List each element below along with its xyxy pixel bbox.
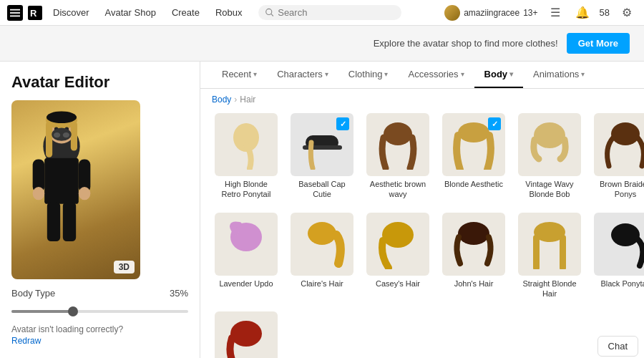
hair-thumbnail: ✓ [291,113,353,176]
breadcrumb: Body › Hair [200,89,644,110]
svg-point-17 [63,132,69,137]
username-label: amaziingracee [464,8,519,18]
breadcrumb-body[interactable]: Body [212,95,231,105]
hair-thumbnail [594,213,644,276]
tab-animations-arrow: ▾ [581,70,585,78]
tab-accessories-arrow: ▾ [461,70,464,78]
redraw-row: Avatar isn't loading correctly? Redraw [11,324,188,346]
redraw-link[interactable]: Redraw [11,336,188,346]
hair-thumbnail [215,113,278,176]
nav-avatar-shop[interactable]: Avatar Shop [99,7,162,18]
svg-rect-23 [47,202,60,241]
avatar-preview: 3D [11,100,140,279]
svg-point-35 [458,222,489,245]
breadcrumb-separator: › [234,95,237,105]
hair-item-name: Claire's Hair [301,279,343,289]
svg-rect-37 [533,235,540,269]
page-title: Avatar Editor [11,73,188,92]
hair-item[interactable]: Casey's Hair [364,210,432,302]
tab-body-arrow: ▾ [509,70,513,78]
hair-thumbnail [215,213,278,276]
hair-thumbnail: ✓ [442,113,505,176]
nav-discover[interactable]: Discover [47,7,95,18]
hair-item-name: Brown Braided Ponys [594,179,644,200]
body-type-slider[interactable] [11,310,188,313]
notification-icon[interactable]: 🔔 [572,3,592,23]
right-panel: Recent ▾ Characters ▾ Clothing ▾ Accesso… [200,62,644,358]
hair-thumbnail [518,113,581,176]
hair-item-name: Vintage Wavy Blonde Bob [518,179,581,200]
hair-thumbnail [291,213,353,276]
selected-badge: ✓ [488,117,501,130]
svg-point-40 [230,321,262,347]
hair-item[interactable]: Lavender Updo [212,210,280,302]
chat-button[interactable]: Chat [597,336,638,357]
svg-point-16 [54,132,60,137]
body-type-row: Body Type 35% [11,288,188,299]
hair-thumbnail [442,213,505,276]
hair-item-name: Lavender Updo [219,279,273,289]
svg-rect-38 [560,235,566,269]
svg-point-34 [382,222,414,248]
roblox-logo-icon[interactable]: R [27,5,43,21]
hair-item-name: High Blonde Retro Ponytail [215,179,278,200]
hamburger-icon[interactable] [7,5,23,21]
main-content: Avatar Editor [0,62,644,358]
tab-body[interactable]: Body ▾ [474,62,524,88]
hair-item[interactable]: Black Ponytail [591,210,644,302]
hair-item-name: John's Hair [454,279,494,289]
svg-rect-10 [46,121,52,157]
hair-item-name: Baseball Cap Cutie [291,179,353,200]
svg-point-33 [308,222,336,245]
hair-item-name: Black Ponytail [600,279,644,289]
hair-item[interactable]: Claire's Hair [288,210,356,302]
svg-point-39 [611,223,640,246]
get-more-button[interactable]: Get More [567,33,630,54]
hair-item[interactable]: ✓Blonde Aesthetic [439,110,508,203]
3d-badge: 3D [114,261,135,274]
svg-point-21 [33,187,45,200]
hair-item-name: Blonde Aesthetic [444,179,503,189]
user-avatar[interactable]: amaziingracee 13+ [444,5,537,21]
hair-item[interactable]: ✓Baseball Cap Cutie [288,110,356,203]
nav-create[interactable]: Create [166,7,205,18]
search-icon [265,8,274,17]
nav-right: amaziingracee 13+ ☰ 🔔 58 ⚙ [444,3,637,23]
hair-thumbnail [366,213,429,276]
chat-icon[interactable]: ☰ [545,3,565,23]
hair-thumbnail [366,113,429,176]
selected-badge: ✓ [336,117,349,130]
search-input[interactable] [278,7,394,18]
tab-accessories[interactable]: Accessories ▾ [398,62,474,88]
svg-rect-2 [10,15,20,16]
tab-clothing-arrow: ▾ [384,70,388,78]
left-panel: Avatar Editor [0,62,200,358]
hair-item[interactable]: Straight Blonde Hair [515,210,584,302]
hair-item[interactable]: John's Hair [439,210,508,302]
avatar-figure [11,100,112,258]
slider-thumb[interactable] [68,306,78,316]
settings-icon[interactable]: ⚙ [617,3,637,23]
robux-count: 58 [600,7,610,18]
svg-point-22 [79,187,91,200]
hair-item[interactable]: High Blonde Retro Ponytail [212,110,280,203]
tab-recent[interactable]: Recent ▾ [212,62,267,88]
hair-item[interactable]: Brown Braided Ponys [591,110,644,203]
promo-banner: Explore the avatar shop to find more clo… [0,26,644,62]
svg-rect-1 [10,12,20,14]
hair-item[interactable]: Vintage Wavy Blonde Bob [515,110,584,203]
search-bar[interactable] [258,5,401,20]
tab-characters[interactable]: Characters ▾ [267,62,338,88]
tab-clothing[interactable]: Clothing ▾ [338,62,399,88]
hair-item[interactable]: Aesthetic brown wavy [364,110,432,203]
tab-recent-arrow: ▾ [253,70,257,78]
hair-thumbnail [518,213,581,276]
hair-item[interactable]: Red Curly Hair [212,309,280,358]
svg-rect-0 [10,9,20,10]
tab-animations[interactable]: Animations ▾ [523,62,595,88]
svg-point-5 [265,9,271,14]
nav-robux[interactable]: Robux [210,7,248,18]
loading-message: Avatar isn't loading correctly? [11,324,188,334]
svg-point-29 [458,122,489,142]
svg-point-12 [47,112,77,124]
